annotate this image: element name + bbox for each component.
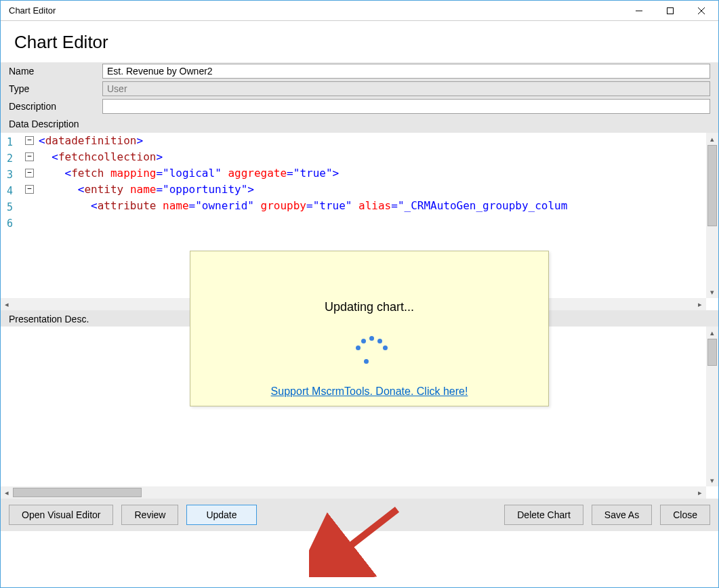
scrollbar-vertical[interactable]: ▴ ▾ [706,133,718,298]
type-input [102,81,710,96]
update-button[interactable]: Update [186,505,256,525]
delete-chart-button[interactable]: Delete Chart [504,505,583,525]
spinner-icon [349,331,390,371]
scroll-up-icon[interactable]: ▴ [706,327,718,339]
modal-message: Updating chart... [325,300,414,314]
fold-toggle-icon[interactable]: − [25,185,34,194]
fold-toggle-icon[interactable]: − [25,169,34,177]
close-window-button[interactable] [686,1,717,20]
scrollbar-horizontal[interactable]: ◂ ▸ [1,486,706,499]
button-bar: Open Visual Editor Review Update Delete … [1,499,718,531]
description-label: Description [1,101,102,112]
save-as-button[interactable]: Save As [592,505,652,525]
type-label: Type [1,83,102,94]
minimize-button[interactable] [623,1,655,20]
scroll-down-icon[interactable]: ▾ [706,286,718,298]
close-button[interactable]: Close [660,505,710,525]
donate-link[interactable]: Support MscrmTools. Donate. Click here! [271,385,468,398]
data-description-label: Data Description [1,119,79,129]
review-button[interactable]: Review [121,505,178,525]
maximize-button[interactable] [655,1,686,20]
svg-rect-1 [667,7,674,14]
description-input[interactable] [102,99,710,114]
scroll-down-icon[interactable]: ▾ [706,474,718,486]
updating-modal: Updating chart... Support MscrmTools. Do… [190,251,549,406]
scroll-right-icon[interactable]: ▸ [694,486,706,499]
scroll-left-icon[interactable]: ◂ [1,486,13,499]
scroll-left-icon[interactable]: ◂ [1,298,13,310]
form-area: Name Type Description Data Description [1,62,718,133]
fold-toggle-icon[interactable]: − [25,152,34,161]
name-input[interactable] [102,64,710,79]
fold-toggle-icon[interactable]: − [25,136,34,145]
name-label: Name [1,66,102,77]
window-title: Chart Editor [9,5,623,16]
scroll-right-icon[interactable]: ▸ [694,298,706,310]
scrollbar-vertical[interactable]: ▴ ▾ [706,327,718,486]
scroll-up-icon[interactable]: ▴ [706,133,718,145]
open-visual-editor-button[interactable]: Open Visual Editor [9,505,113,525]
page-title: Chart Editor [1,21,718,62]
titlebar: Chart Editor [1,1,718,21]
